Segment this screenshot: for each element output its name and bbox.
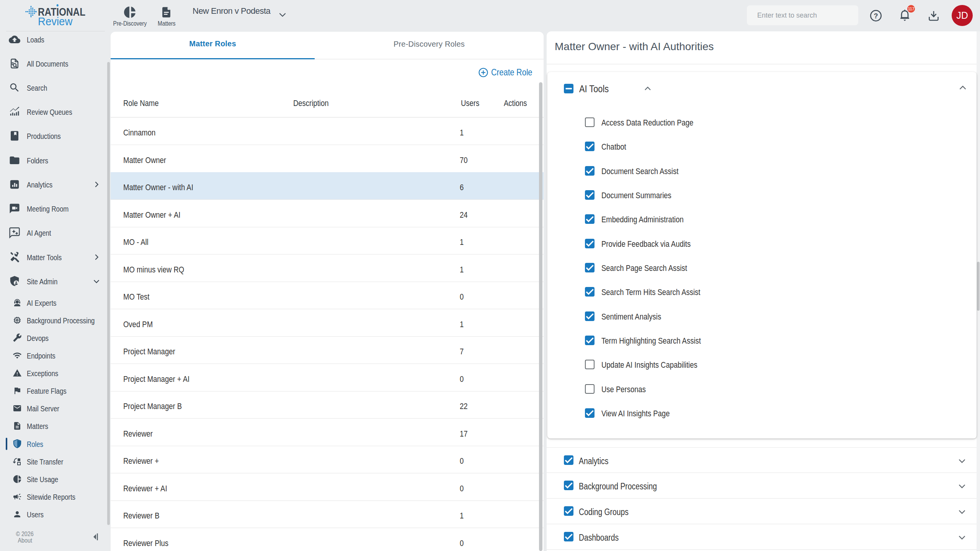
svg-text:?: ?: [874, 12, 878, 20]
